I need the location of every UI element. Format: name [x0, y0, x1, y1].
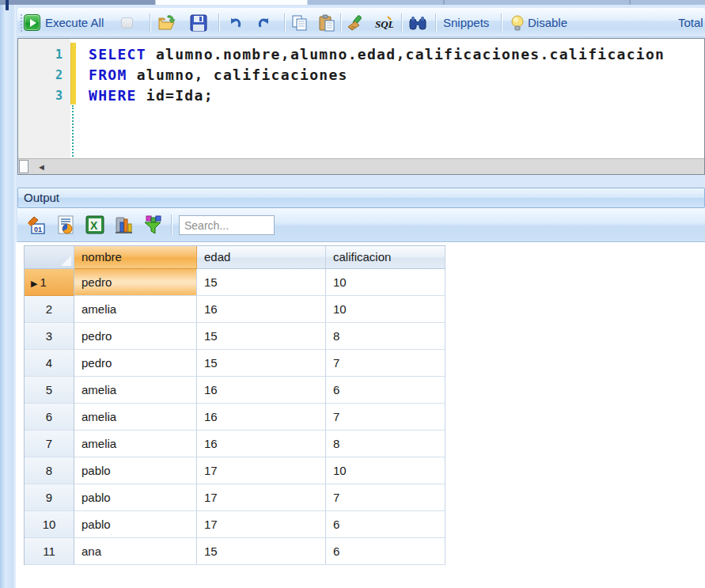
- window-edge-mark: [6, 0, 9, 10]
- cell-nombre[interactable]: pedro: [74, 323, 197, 350]
- cell-calificacion[interactable]: 10: [326, 457, 445, 484]
- format-brush-icon[interactable]: [346, 14, 365, 32]
- cell-calificacion[interactable]: 6: [326, 377, 445, 404]
- execute-all-button[interactable]: Execute All: [24, 8, 104, 37]
- cell-edad[interactable]: 15: [197, 269, 326, 296]
- copy-icon[interactable]: [290, 14, 309, 32]
- number-format-icon[interactable]: 01: [26, 214, 47, 235]
- cell-edad[interactable]: 17: [197, 484, 326, 511]
- cell-nombre[interactable]: pablo: [74, 457, 197, 484]
- cell-nombre[interactable]: pedro: [74, 269, 197, 296]
- undo-icon[interactable]: [225, 14, 244, 32]
- cell-calificacion[interactable]: 8: [326, 323, 445, 350]
- cell-edad[interactable]: 15: [197, 350, 326, 377]
- main-toolbar: Execute All: [17, 8, 705, 37]
- cell-edad[interactable]: 16: [197, 431, 326, 457]
- report-icon[interactable]: [55, 214, 76, 235]
- editor-text-area[interactable]: SELECT alumno.nombre,alumno.edad,calific…: [76, 44, 701, 106]
- cell-nombre[interactable]: pedro: [74, 350, 197, 377]
- toolbar-separator: [284, 13, 285, 32]
- cell-edad[interactable]: 17: [197, 457, 326, 484]
- toolbar-separator: [150, 13, 150, 32]
- output-panel-header[interactable]: Output: [17, 188, 705, 208]
- cell-nombre[interactable]: ana: [74, 538, 197, 565]
- cell-nombre[interactable]: amelia: [74, 431, 197, 457]
- row-number-cell[interactable]: 11: [25, 538, 74, 565]
- row-number-cell[interactable]: 3: [25, 323, 74, 350]
- tab-strip-segment: [0, 0, 155, 5]
- sql-format-icon[interactable]: SQL: [374, 14, 393, 32]
- column-header-nombre[interactable]: nombre: [74, 246, 197, 269]
- sql-editor[interactable]: 1 2 3 SELECT alumno.nombre,alumno.edad,c…: [17, 38, 705, 175]
- lightbulb-icon: [508, 14, 527, 32]
- row-number-cell[interactable]: 5: [25, 377, 74, 404]
- table-row[interactable]: 2 amelia 16 10: [25, 296, 445, 323]
- tab-strip-edge: [0, 0, 705, 5]
- table-row[interactable]: 6 amelia 16 7: [25, 404, 445, 431]
- table-row[interactable]: 4 pedro 15 7: [25, 350, 445, 377]
- cell-nombre[interactable]: amelia: [74, 404, 197, 431]
- column-header-edad[interactable]: edad: [197, 246, 326, 269]
- execute-icon: [24, 14, 40, 31]
- cell-edad[interactable]: 15: [197, 538, 326, 565]
- table-row[interactable]: 3 pedro 15 8: [25, 323, 445, 350]
- cell-calificacion[interactable]: 7: [326, 404, 445, 431]
- cell-nombre[interactable]: pablo: [74, 484, 197, 511]
- editor-horizontal-scrollbar[interactable]: ◄: [18, 158, 704, 174]
- row-number-cell[interactable]: 7: [25, 431, 74, 457]
- active-tab-edge[interactable]: [155, 0, 308, 5]
- cell-calificacion[interactable]: 6: [326, 511, 445, 538]
- row-number-cell[interactable]: 8: [25, 457, 74, 484]
- cell-edad[interactable]: 15: [197, 323, 326, 350]
- search-input[interactable]: [179, 215, 275, 235]
- disable-button[interactable]: Disable: [528, 8, 567, 37]
- chart-icon[interactable]: [113, 214, 134, 235]
- filter-icon[interactable]: [142, 214, 163, 235]
- results-grid: nombre edad calificacion ▶1 pedro 15 10 …: [24, 245, 445, 565]
- table-row[interactable]: 11 ana 15 6: [25, 538, 445, 565]
- cell-calificacion[interactable]: 8: [326, 431, 445, 457]
- table-row[interactable]: 10 pablo 17 6: [25, 511, 445, 538]
- cell-calificacion[interactable]: 7: [326, 484, 445, 511]
- cell-calificacion[interactable]: 10: [326, 296, 445, 323]
- scroll-left-arrow[interactable]: ◄: [37, 161, 46, 173]
- redo-icon[interactable]: [256, 14, 275, 32]
- table-row[interactable]: 9 pablo 17 7: [25, 484, 445, 511]
- cell-nombre[interactable]: pablo: [74, 511, 197, 538]
- cell-edad[interactable]: 16: [197, 404, 326, 431]
- cell-calificacion[interactable]: 6: [326, 538, 445, 565]
- cell-edad[interactable]: 16: [197, 296, 326, 323]
- row-number-cell[interactable]: 10: [25, 511, 74, 538]
- editor-gutter: 1 2 3: [18, 39, 70, 158]
- open-file-icon[interactable]: [157, 14, 176, 32]
- stop-button-disabled: [121, 17, 133, 28]
- scrollbar-thumb[interactable]: [19, 160, 28, 173]
- toolbar-separator: [218, 13, 219, 32]
- cell-calificacion[interactable]: 7: [326, 350, 445, 377]
- left-panel-strip: [0, 0, 16, 588]
- excel-export-icon[interactable]: X: [85, 214, 105, 235]
- row-number-cell[interactable]: 9: [25, 484, 74, 511]
- cell-nombre[interactable]: amelia: [74, 377, 197, 404]
- table-row[interactable]: 5 amelia 16 6: [25, 377, 445, 404]
- save-icon[interactable]: [189, 14, 208, 32]
- table-row[interactable]: 8 pablo 17 10: [25, 457, 445, 484]
- paste-icon[interactable]: [317, 14, 336, 32]
- find-binoculars-icon[interactable]: [408, 14, 427, 32]
- select-all-corner[interactable]: [25, 246, 74, 269]
- cell-calificacion[interactable]: 10: [326, 269, 445, 296]
- row-number-cell[interactable]: ▶1: [25, 269, 74, 296]
- line-number: 3: [18, 85, 64, 106]
- line-number: 1: [18, 44, 64, 65]
- table-row[interactable]: 7 amelia 16 8: [25, 431, 445, 457]
- table-row[interactable]: ▶1 pedro 15 10: [25, 269, 445, 296]
- row-number-cell[interactable]: 4: [25, 350, 74, 377]
- cell-nombre[interactable]: amelia: [74, 296, 197, 323]
- row-number-cell[interactable]: 6: [25, 404, 74, 431]
- toolbar-grip[interactable]: [20, 13, 23, 32]
- column-header-calificacion[interactable]: calificacion: [326, 246, 445, 269]
- snippets-button[interactable]: Snippets: [443, 8, 489, 37]
- cell-edad[interactable]: 17: [197, 511, 326, 538]
- cell-edad[interactable]: 16: [197, 377, 326, 404]
- row-number-cell[interactable]: 2: [25, 296, 74, 323]
